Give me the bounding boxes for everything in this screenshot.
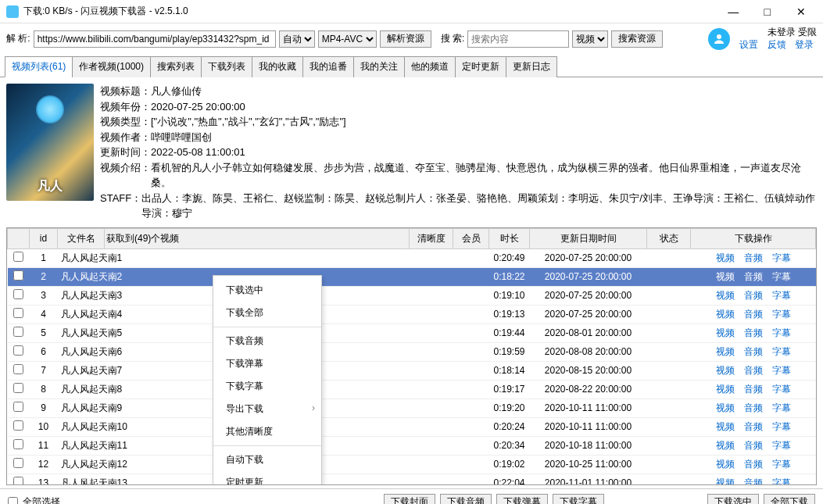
download-audio-link[interactable]: 音频 <box>744 290 763 301</box>
download-subtitle-link[interactable]: 字幕 <box>772 402 791 413</box>
download-audio-link[interactable]: 音频 <box>744 384 763 395</box>
download-video-link[interactable]: 视频 <box>716 271 735 282</box>
row-checkbox[interactable] <box>13 345 23 356</box>
table-row[interactable]: 5凡人风起天南50:19:442020-08-01 20:00:00视频音频字幕 <box>8 323 816 342</box>
col-quality[interactable]: 清晰度 <box>410 228 453 248</box>
col-filename[interactable]: 文件名 <box>58 228 105 248</box>
download-audio-link[interactable]: 音频 <box>744 459 763 470</box>
download-audio-link[interactable]: 音频 <box>744 327 763 338</box>
download-audio-link[interactable]: 音频 <box>744 252 763 263</box>
col-count[interactable]: 获取到(49)个视频 <box>105 228 410 248</box>
table-row[interactable]: 9凡人风起天南90:19:202020-10-11 11:00:00视频音频字幕 <box>8 399 816 417</box>
table-row[interactable]: 12凡人风起天南120:19:022020-10-25 11:00:00视频音频… <box>8 455 816 474</box>
search-input[interactable] <box>467 30 569 48</box>
col-duration[interactable]: 时长 <box>489 228 530 248</box>
feedback-link[interactable]: 反馈 <box>768 39 786 50</box>
download-video-link[interactable]: 视频 <box>716 290 735 301</box>
download-selected-button[interactable]: 下载选中 <box>707 494 759 504</box>
menu-item[interactable]: 其他清晰度 <box>213 420 321 443</box>
download-audio-link[interactable]: 音频 <box>744 271 763 282</box>
row-checkbox[interactable] <box>13 420 23 431</box>
col-vip[interactable]: 会员 <box>453 228 489 248</box>
table-row[interactable]: 2凡人风起天南20:18:222020-07-25 20:00:00视频音频字幕 <box>8 267 816 286</box>
row-checkbox[interactable] <box>13 252 23 262</box>
menu-item[interactable]: 下载选中 <box>213 279 321 302</box>
tab-9[interactable]: 更新日志 <box>506 56 557 77</box>
download-video-link[interactable]: 视频 <box>716 327 735 338</box>
col-id[interactable]: id <box>30 228 58 248</box>
download-video-link[interactable]: 视频 <box>716 252 735 263</box>
download-subtitle-link[interactable]: 字幕 <box>772 309 791 320</box>
menu-item[interactable]: 下载字幕 <box>213 375 321 398</box>
download-danmu-button[interactable]: 下载弹幕 <box>496 494 548 504</box>
row-checkbox[interactable] <box>13 402 23 412</box>
download-subtitle-link[interactable]: 字幕 <box>772 252 791 263</box>
table-row[interactable]: 13凡人风起天南130:22:042020-11-01 11:00:00视频音频… <box>8 474 816 484</box>
download-audio-link[interactable]: 音频 <box>744 309 763 320</box>
row-checkbox[interactable] <box>13 270 23 281</box>
download-subtitle-link[interactable]: 字幕 <box>772 327 791 338</box>
row-checkbox[interactable] <box>13 364 23 374</box>
download-subtitle-link[interactable]: 字幕 <box>772 290 791 301</box>
login-link[interactable]: 登录 <box>795 39 814 50</box>
download-video-link[interactable]: 视频 <box>716 459 735 470</box>
url-input[interactable] <box>34 30 276 48</box>
download-audio-link[interactable]: 音频 <box>744 346 763 357</box>
menu-item[interactable]: 定时更新 <box>213 471 321 485</box>
table-row[interactable]: 11凡人风起天南110:20:342020-10-18 11:00:00视频音频… <box>8 436 816 455</box>
download-video-link[interactable]: 视频 <box>716 309 735 320</box>
download-subtitle-link[interactable]: 字幕 <box>772 346 791 357</box>
download-video-link[interactable]: 视频 <box>716 365 735 376</box>
download-audio-button[interactable]: 下载音频 <box>440 494 492 504</box>
download-subtitle-link[interactable]: 字幕 <box>772 440 791 451</box>
download-video-link[interactable]: 视频 <box>716 402 735 413</box>
download-subtitle-button[interactable]: 下载字幕 <box>553 494 604 504</box>
table-row[interactable]: 7凡人风起天南70:18:142020-08-15 20:00:00视频音频字幕 <box>8 361 816 380</box>
row-checkbox[interactable] <box>13 327 23 337</box>
tab-6[interactable]: 我的关注 <box>353 56 405 77</box>
row-checkbox[interactable] <box>13 308 23 318</box>
download-video-link[interactable]: 视频 <box>716 384 735 395</box>
tab-8[interactable]: 定时更新 <box>455 56 506 77</box>
table-row[interactable]: 1凡人风起天南10:20:492020-07-25 20:00:00视频音频字幕 <box>8 248 816 267</box>
maximize-button[interactable]: □ <box>752 5 783 18</box>
table-row[interactable]: 3凡人风起天南30:19:102020-07-25 20:00:00视频音频字幕 <box>8 286 816 305</box>
tab-1[interactable]: 作者视频(1000) <box>72 56 151 77</box>
search-button[interactable]: 搜索资源 <box>611 30 663 48</box>
menu-item[interactable]: 下载音频 <box>213 330 321 352</box>
row-checkbox[interactable] <box>13 383 23 393</box>
row-checkbox[interactable] <box>13 477 23 484</box>
table-row[interactable]: 10凡人风起天南100:20:242020-10-11 11:00:00视频音频… <box>8 417 816 436</box>
download-audio-link[interactable]: 音频 <box>744 421 763 432</box>
tab-2[interactable]: 搜索列表 <box>150 56 202 77</box>
download-subtitle-link[interactable]: 字幕 <box>772 459 791 470</box>
tab-7[interactable]: 他的频道 <box>404 56 456 77</box>
tab-3[interactable]: 下载列表 <box>201 56 252 77</box>
col-updated[interactable]: 更新日期时间 <box>530 228 647 248</box>
select-all-checkbox[interactable] <box>8 497 18 504</box>
download-subtitle-link[interactable]: 字幕 <box>772 271 791 282</box>
download-audio-link[interactable]: 音频 <box>744 402 763 413</box>
download-subtitle-link[interactable]: 字幕 <box>772 365 791 376</box>
table-row[interactable]: 6凡人风起天南60:19:592020-08-08 20:00:00视频音频字幕 <box>8 342 816 361</box>
download-video-link[interactable]: 视频 <box>716 477 735 484</box>
download-audio-link[interactable]: 音频 <box>744 440 763 451</box>
download-subtitle-link[interactable]: 字幕 <box>772 421 791 432</box>
download-audio-link[interactable]: 音频 <box>744 477 763 484</box>
download-audio-link[interactable]: 音频 <box>744 365 763 376</box>
download-video-link[interactable]: 视频 <box>716 421 735 432</box>
row-checkbox[interactable] <box>13 439 23 449</box>
download-all-button[interactable]: 全部下载 <box>764 494 815 504</box>
menu-item[interactable]: 自动下载 <box>213 449 321 471</box>
menu-item[interactable]: 导出下载 <box>213 398 321 420</box>
settings-link[interactable]: 设置 <box>739 39 758 50</box>
format-select[interactable]: MP4-AVC <box>318 30 377 48</box>
mode-select[interactable]: 自动 <box>279 30 315 48</box>
context-menu[interactable]: 下载选中下载全部下载音频下载弹幕下载字幕导出下载其他清晰度自动下载定时更新程序设… <box>213 275 322 485</box>
tab-5[interactable]: 我的追番 <box>302 56 354 77</box>
row-checkbox[interactable] <box>13 458 23 468</box>
parse-button[interactable]: 解析资源 <box>380 30 431 48</box>
download-video-link[interactable]: 视频 <box>716 346 735 357</box>
menu-item[interactable]: 下载弹幕 <box>213 352 321 375</box>
tab-4[interactable]: 我的收藏 <box>252 56 303 77</box>
